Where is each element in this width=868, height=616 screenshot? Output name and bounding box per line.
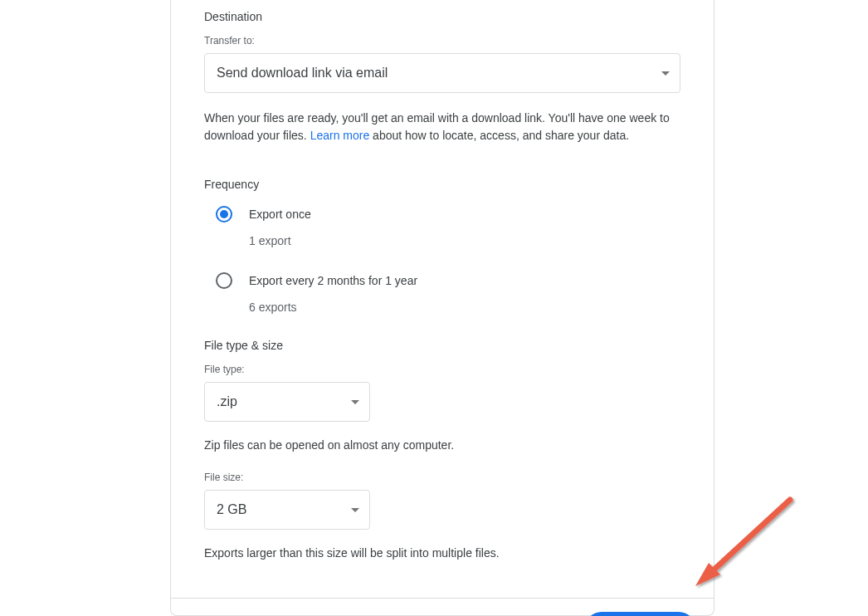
svg-line-0 xyxy=(709,500,790,574)
radio-selected-icon xyxy=(216,206,232,222)
frequency-header: Frequency xyxy=(204,178,680,191)
frequency-option-once[interactable]: Export once 1 export xyxy=(216,206,680,247)
learn-more-link[interactable]: Learn more xyxy=(310,129,370,142)
filesize-help: Exports larger than this size will be sp… xyxy=(204,546,680,560)
filesize-dropdown[interactable]: 2 GB xyxy=(204,490,370,530)
destination-help-text: When your files are ready, you'll get an… xyxy=(204,110,680,144)
frequency-once-label: Export once xyxy=(249,206,311,222)
transfer-to-value: Send download link via email xyxy=(217,66,388,81)
transfer-to-label: Transfer to: xyxy=(204,35,680,46)
frequency-bimonthly-sub: 6 exports xyxy=(249,301,417,314)
frequency-bimonthly-label: Export every 2 months for 1 year xyxy=(249,272,417,289)
filetype-dropdown[interactable]: .zip xyxy=(204,382,370,422)
radio-unselected-icon xyxy=(216,272,232,289)
caret-down-icon xyxy=(351,400,359,404)
create-export-button[interactable]: Create export xyxy=(585,612,695,616)
filetype-value: .zip xyxy=(217,394,237,409)
destination-help-after: about how to locate, access, and share y… xyxy=(369,129,629,142)
frequency-option-bimonthly[interactable]: Export every 2 months for 1 year 6 expor… xyxy=(216,272,680,314)
caret-down-icon xyxy=(661,71,670,76)
transfer-to-dropdown[interactable]: Send download link via email xyxy=(204,53,680,93)
filetype-label: File type: xyxy=(204,364,680,375)
filesize-label: File size: xyxy=(204,472,680,483)
filetype-help: Zip files can be opened on almost any co… xyxy=(204,438,680,452)
card-footer: Create export xyxy=(171,598,714,616)
destination-header: Destination xyxy=(204,10,680,23)
frequency-radio-group: Export once 1 export Export every 2 mont… xyxy=(216,206,680,314)
filesize-value: 2 GB xyxy=(217,502,246,517)
filetype-header: File type & size xyxy=(204,339,680,352)
export-settings-card: Destination Transfer to: Send download l… xyxy=(170,0,714,616)
card-content: Destination Transfer to: Send download l… xyxy=(171,0,714,598)
frequency-once-sub: 1 export xyxy=(249,234,311,247)
caret-down-icon xyxy=(351,508,359,512)
